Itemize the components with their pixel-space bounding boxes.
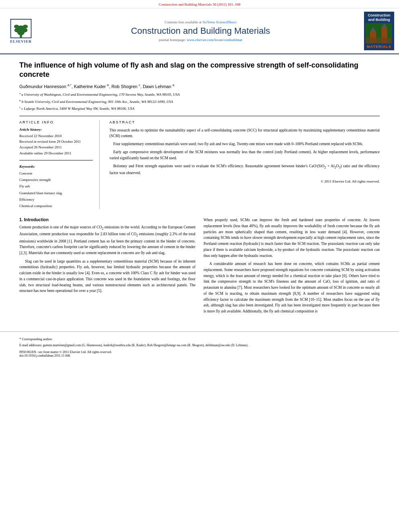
- article-history: Received 22 November 2010 Received in re…: [19, 133, 93, 156]
- abstract-col: ABSTRACT This research seeks to optimize…: [109, 120, 380, 210]
- divider-1: [19, 116, 380, 116]
- svg-point-5: [14, 25, 19, 28]
- keyword-3: Fly ash: [19, 183, 93, 189]
- sciverse-link[interactable]: SciVerse ScienceDirect: [203, 20, 237, 24]
- elsevier-tree-icon: [9, 18, 33, 39]
- body-right-text: When properly used, SCMs can improve the…: [204, 217, 380, 314]
- info-abstract-cols: ARTICLE INFO Article history: Received 2…: [19, 120, 380, 210]
- section1-heading: 1. Introduction: [19, 217, 195, 222]
- keyword-1: Concrete: [19, 170, 93, 177]
- accepted-date: Accepted 26 November 2011: [19, 144, 93, 150]
- cbm-cover-materials: MATERIALS: [366, 45, 393, 49]
- journal-homepage: journal homepage: www.elsevier.com/locat…: [41, 38, 360, 42]
- history-label: Article history:: [19, 127, 93, 131]
- keywords-list: Concrete Compressive strength Fly ash Gr…: [19, 170, 93, 209]
- article-info-col: ARTICLE INFO Article history: Received 2…: [19, 120, 100, 210]
- sciverse-line: Contents lists available at SciVerse Sci…: [41, 20, 360, 24]
- journal-header: ELSEVIER Contents lists available at Sci…: [0, 8, 399, 54]
- keyword-6: Chemical composition: [19, 203, 93, 209]
- homepage-link[interactable]: www.elsevier.com/locate/conbuildmat: [187, 38, 242, 42]
- elsevier-logo: ELSEVIER: [5, 18, 37, 43]
- email-addresses: gummi.marteinn@gmail.com (G. Hannesson),…: [43, 343, 249, 347]
- affiliation-a: a a University of Washington, Civil and …: [19, 91, 380, 98]
- divider-keywords: [19, 160, 93, 160]
- revised-date: Received in revised form 29 October 2011: [19, 139, 93, 144]
- article-title: The influence of high volume of fly ash …: [19, 61, 380, 80]
- footer-copyright: 0950-0618/$ - see front matter © 2011 El…: [19, 350, 380, 357]
- affiliations: a a University of Washington, Civil and …: [19, 91, 380, 112]
- abstract-label: ABSTRACT: [109, 120, 380, 124]
- body-right-col: When properly used, SCMs can improve the…: [204, 217, 380, 317]
- doi-line: doi:10.1016/j.conbuildmat.2011.11.046: [19, 354, 380, 357]
- body-para-4: A considerable amount of research has be…: [204, 261, 380, 314]
- affiliation-c: c c Lafarge North America, 5400 W Margin…: [19, 105, 380, 112]
- footer-emails: E-mail addresses: gummi.marteinn@gmail.c…: [19, 343, 380, 348]
- body-para-3: When properly used, SCMs can improve the…: [204, 217, 380, 259]
- affiliation-b: b b Seattle University, Civil and Enviro…: [19, 99, 380, 105]
- keyword-4: Granulated blast-furnace slag: [19, 190, 93, 196]
- authors-line: Guðmundur Hannesson a,*, Katherine Kuder…: [19, 83, 380, 89]
- keyword-2: Compressive strength: [19, 177, 93, 183]
- keyword-5: Efficiency: [19, 196, 93, 203]
- cbm-cover: Constructionand Building MATERIALS: [364, 12, 394, 50]
- journal-citation: Construction and Building Materials 30 (…: [0, 0, 399, 8]
- journal-title-block: Contents lists available at SciVerse Sci…: [41, 20, 360, 42]
- body-para-2: Slag can be used in large quantities as …: [19, 259, 195, 294]
- copyright-text: © 2011 Elsevier Ltd. All rights reserved…: [109, 179, 380, 185]
- body-two-col: 1. Introduction Cement production is one…: [19, 217, 380, 317]
- abstract-p1: This research seeks to optimize the sust…: [109, 127, 380, 139]
- keywords-label: Keywords:: [19, 164, 93, 168]
- svg-rect-13: [366, 38, 391, 43]
- journal-citation-text: Construction and Building Materials 30 (…: [159, 2, 241, 6]
- cbm-cover-image: [366, 23, 392, 43]
- article-info-label: ARTICLE INFO: [19, 120, 93, 124]
- email-label: E-mail addresses:: [19, 343, 42, 347]
- abstract-p3: Early age compressive strength developme…: [109, 149, 380, 161]
- received-date: Received 22 November 2010: [19, 133, 93, 139]
- abstract-p2: Four supplementary cementitious material…: [109, 141, 380, 147]
- corresponding-note-text: * Corresponding author.: [19, 337, 52, 341]
- body-left-col: 1. Introduction Cement production is one…: [19, 217, 195, 317]
- body-para-1: Cement production is one of the major so…: [19, 224, 195, 256]
- cbm-cover-title: Constructionand Building: [366, 13, 393, 22]
- corresponding-note: * Corresponding author.: [19, 337, 380, 342]
- body-content: 1. Introduction Cement production is one…: [19, 217, 380, 317]
- issn-line: 0950-0618/$ - see front matter © 2011 El…: [19, 350, 380, 354]
- elsevier-text: ELSEVIER: [10, 39, 32, 43]
- abstract-p4: Bolomey and Féret strength equations wer…: [109, 163, 380, 176]
- svg-point-6: [23, 25, 28, 28]
- available-date: Available online 29 December 2011: [19, 150, 93, 156]
- journal-main-title: Construction and Building Materials: [41, 26, 360, 36]
- footer: * Corresponding author. E-mail addresses…: [0, 331, 399, 361]
- abstract-text: This research seeks to optimize the sust…: [109, 127, 380, 185]
- body-left-text: Cement production is one of the major so…: [19, 224, 195, 294]
- main-content: The influence of high volume of fly ash …: [0, 54, 399, 325]
